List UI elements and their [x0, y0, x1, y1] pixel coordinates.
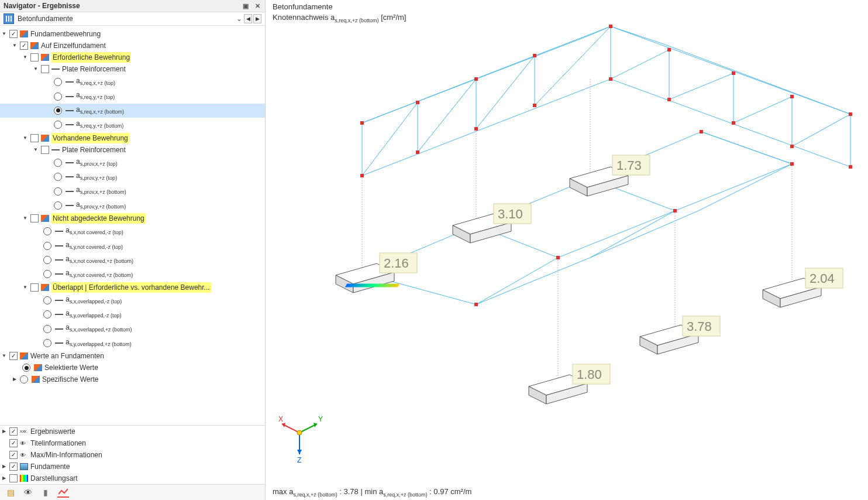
- tree-option-selektierte-werte[interactable]: Selektierte Werte: [0, 362, 265, 374]
- tree-node-fundamente[interactable]: Fundamente: [0, 461, 265, 472]
- radio[interactable]: [54, 121, 62, 129]
- checkbox[interactable]: [30, 283, 39, 292]
- radio[interactable]: [43, 242, 51, 250]
- tree-option-prov-x-bottom[interactable]: as,prov,x,+z (bottom): [0, 184, 265, 198]
- expand-icon[interactable]: [0, 463, 8, 471]
- tree-option-prov-x-top[interactable]: as,prov,x,+z (top): [0, 156, 265, 170]
- tree-option-req-x-bottom[interactable]: as,req,x,+z (bottom): [0, 104, 265, 118]
- radio[interactable]: [54, 201, 62, 210]
- radio[interactable]: [43, 296, 51, 304]
- axes-gizmo: X Y Z: [276, 412, 323, 465]
- tab-display-icon[interactable]: 👁: [22, 487, 34, 498]
- expand-icon[interactable]: [11, 375, 19, 383]
- checkbox[interactable]: [9, 451, 18, 459]
- expand-icon[interactable]: [11, 42, 19, 50]
- expand-icon[interactable]: [0, 30, 8, 38]
- radio[interactable]: [43, 325, 51, 333]
- close-icon[interactable]: ✕: [253, 2, 261, 10]
- tree-node-erforderliche-bewehrung[interactable]: Erforderliche Bewehrung: [0, 52, 265, 63]
- radio[interactable]: [54, 187, 62, 196]
- checkbox[interactable]: [41, 146, 49, 154]
- tree-node-plate-reinforcement-2[interactable]: Plate Reinforcement: [0, 144, 265, 156]
- radio[interactable]: [54, 93, 62, 101]
- tab-results-icon[interactable]: [57, 487, 69, 498]
- checkbox[interactable]: [30, 134, 39, 142]
- module-next-button[interactable]: ▶: [253, 14, 261, 23]
- radio[interactable]: [20, 375, 28, 383]
- tree-option-nc-y-neg-top[interactable]: as,y,not covered,-z (top): [0, 239, 265, 253]
- tree-option-prov-y-top[interactable]: as,prov,y,+z (top): [0, 170, 265, 184]
- tree-option-ov-y-neg-top[interactable]: as,y,overlapped,-z (top): [0, 307, 265, 321]
- tree-node-titelinfo[interactable]: Titelinformationen: [0, 437, 265, 449]
- svg-rect-31: [849, 165, 852, 169]
- svg-rect-19: [667, 48, 671, 52]
- expand-icon[interactable]: [21, 134, 29, 142]
- dock-icon[interactable]: ▣: [242, 2, 250, 10]
- radio[interactable]: [43, 256, 51, 264]
- expand-icon[interactable]: [0, 427, 8, 436]
- expand-icon[interactable]: [32, 65, 40, 73]
- module-dropdown[interactable]: ⌄: [235, 15, 244, 23]
- tree-option-nc-x-neg-top[interactable]: as,x,not covered,-z (top): [0, 224, 265, 238]
- tree-node-ueberlappt[interactable]: Überlappt | Erforderliche vs. vorhandene…: [0, 282, 265, 293]
- tree-option-ov-y-pos-bot[interactable]: as,y,overlapped,+z (bottom): [0, 336, 265, 350]
- radio[interactable]: [54, 159, 62, 167]
- tree-node-darstellungsart[interactable]: Darstellungsart: [0, 472, 265, 484]
- radio[interactable]: [43, 227, 51, 235]
- radio[interactable]: [43, 270, 51, 278]
- checkbox[interactable]: [9, 463, 18, 471]
- tree-node-fundamentbewehrung[interactable]: Fundamentbewehrung: [0, 28, 265, 40]
- radio[interactable]: [43, 339, 51, 347]
- checkbox[interactable]: [9, 474, 18, 482]
- expand-icon[interactable]: [21, 214, 29, 222]
- category-icon: [34, 364, 42, 371]
- checkbox[interactable]: [41, 65, 49, 73]
- radio[interactable]: [54, 107, 62, 115]
- module-prev-button[interactable]: ◀: [244, 14, 252, 23]
- checkbox[interactable]: [20, 42, 28, 50]
- checkbox[interactable]: [9, 30, 18, 38]
- tab-views-icon[interactable]: ▮: [40, 487, 51, 498]
- checkbox[interactable]: [30, 53, 39, 61]
- tree-option-nc-y-pos-bot[interactable]: as,y,not covered,+z (bottom): [0, 267, 265, 281]
- panel-header: Navigator - Ergebnisse ▣ ✕: [0, 0, 265, 12]
- tree-option-ov-x-neg-top[interactable]: as,x,overlapped,-z (top): [0, 293, 265, 307]
- expand-icon[interactable]: [32, 146, 40, 154]
- tree-option-spezifische-werte[interactable]: Spezifische Werte: [0, 374, 265, 385]
- radio[interactable]: [54, 173, 62, 181]
- tree-option-req-y-bottom[interactable]: as,req,y,+z (bottom): [0, 118, 265, 132]
- svg-rect-26: [533, 104, 536, 107]
- tree-node-ergebniswerte[interactable]: x.xx Ergebniswerte: [0, 426, 265, 437]
- svg-rect-22: [849, 112, 852, 116]
- radio[interactable]: [54, 78, 62, 86]
- tree-node-nicht-abgedeckte[interactable]: Nicht abgedeckte Bewehrung: [0, 213, 265, 224]
- line-icon: [55, 242, 63, 249]
- tab-project-icon[interactable]: ▤: [5, 487, 16, 498]
- tree-node-maxmin[interactable]: Max/Min-Informationen: [0, 449, 265, 461]
- tree-option-req-x-top[interactable]: as,req,x,+z (top): [0, 75, 265, 89]
- eye-icon: [20, 440, 28, 447]
- checkbox[interactable]: [9, 427, 18, 436]
- tree-node-vorhandene-bewehrung[interactable]: Vorhandene Bewehrung: [0, 132, 265, 144]
- tree-option-req-y-top[interactable]: as,req,y,+z (top): [0, 89, 265, 103]
- line-icon: [55, 326, 63, 333]
- tree-option-prov-y-bottom[interactable]: as,prov,y,+z (bottom): [0, 198, 265, 213]
- svg-text:X: X: [278, 415, 283, 423]
- checkbox[interactable]: [9, 439, 18, 447]
- expand-icon[interactable]: [21, 53, 29, 61]
- expand-icon[interactable]: [0, 352, 8, 360]
- tree-node-plate-reinforcement-1[interactable]: Plate Reinforcement: [0, 63, 265, 75]
- checkbox[interactable]: [30, 214, 39, 222]
- tree-option-ov-x-pos-bot[interactable]: as,x,overlapped,+z (bottom): [0, 321, 265, 335]
- radio[interactable]: [22, 364, 30, 372]
- expand-icon[interactable]: [21, 283, 29, 292]
- checkbox[interactable]: [9, 352, 18, 360]
- tree-node-werte-fundamenten[interactable]: Werte an Fundamenten: [0, 350, 265, 362]
- tree-node-auf-einzelfundament[interactable]: Auf Einzelfundament: [0, 40, 265, 52]
- tree-option-nc-x-pos-bot[interactable]: as,x,not covered,+z (bottom): [0, 253, 265, 267]
- expand-icon[interactable]: [0, 474, 8, 482]
- foundation-1: 2.16: [336, 253, 417, 293]
- radio[interactable]: [43, 310, 51, 319]
- model-canvas[interactable]: 2.16 3.10 1.73: [266, 0, 868, 500]
- model-viewport[interactable]: Betonfundamente Knotennachweis as,req,x,…: [266, 0, 868, 500]
